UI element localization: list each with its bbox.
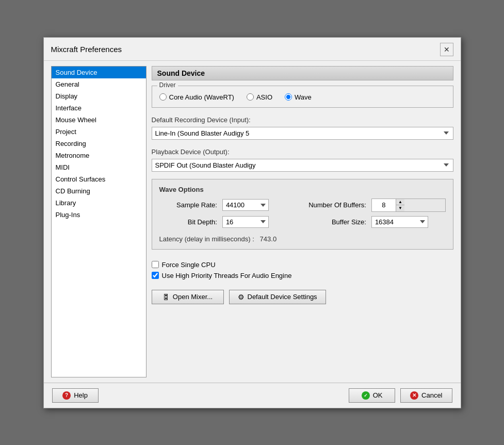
mixer-icon: 🎛: [162, 293, 170, 301]
ok-label: OK: [373, 391, 383, 399]
settings-icon: ⚙: [238, 293, 245, 301]
bit-depth-label: Bit Depth:: [159, 218, 217, 226]
sidebar-item-control-surfaces[interactable]: Control Surfaces: [52, 173, 146, 185]
latency-label: Latency (delay in milliseconds) :: [159, 235, 254, 243]
help-button[interactable]: ? Help: [52, 388, 99, 403]
cancel-label: Cancel: [421, 391, 442, 399]
force-cpu-checkbox[interactable]: [152, 261, 159, 268]
default-device-label: Default Device Settings: [248, 293, 317, 301]
high-priority-checkbox[interactable]: [152, 272, 159, 279]
buffer-size-label: Buffer Size:: [291, 218, 366, 226]
sidebar-item-recording[interactable]: Recording: [52, 138, 146, 150]
recording-device-field: Default Recording Device (Input): Line-I…: [152, 116, 453, 140]
sidebar-item-display[interactable]: Display: [52, 90, 146, 102]
sidebar-item-mouse-wheel[interactable]: Mouse Wheel: [52, 114, 146, 126]
bit-depth-select[interactable]: 8 16 24 32: [222, 216, 269, 228]
sample-rate-label: Sample Rate:: [159, 201, 217, 209]
sidebar-item-library[interactable]: Library: [52, 197, 146, 209]
footer-right: ✓ OK ✕ Cancel: [349, 388, 452, 403]
radio-asio-label: ASIO: [256, 93, 272, 101]
help-icon: ?: [62, 391, 71, 400]
wave-options-title: Wave Options: [159, 186, 446, 193]
high-priority-checkbox-row[interactable]: Use High Priority Threads For Audio Engi…: [152, 272, 453, 279]
radio-core-audio-label: Core Audio (WaveRT): [169, 93, 234, 101]
help-label: Help: [74, 391, 88, 399]
buffer-size-select[interactable]: 256 512 1024 2048 4096 8192 16384: [371, 216, 428, 228]
panel-title: Sound Device: [152, 66, 453, 80]
default-device-button[interactable]: ⚙ Default Device Settings: [229, 290, 326, 304]
content-panel: Sound Device Driver Core Audio (WaveRT) …: [152, 66, 453, 377]
dialog-footer: ? Help ✓ OK ✕ Cancel: [44, 383, 461, 408]
radio-wave-label: Wave: [295, 93, 312, 101]
cancel-icon: ✕: [410, 391, 418, 400]
driver-group: Driver Core Audio (WaveRT) ASIO Wave: [152, 86, 453, 108]
radio-core-audio[interactable]: Core Audio (WaveRT): [159, 93, 234, 101]
sidebar: Sound Device General Display Interface M…: [51, 66, 147, 377]
playback-device-label: Playback Device (Output):: [152, 148, 453, 156]
sidebar-item-project[interactable]: Project: [52, 126, 146, 138]
radio-wave-input[interactable]: [285, 93, 292, 101]
ok-button[interactable]: ✓ OK: [349, 388, 395, 403]
ok-icon: ✓: [362, 391, 370, 400]
dialog-body: Sound Device General Display Interface M…: [44, 61, 461, 383]
radio-core-audio-input[interactable]: [159, 93, 167, 101]
sidebar-item-midi[interactable]: MIDI: [52, 161, 146, 173]
num-buffers-input-wrap: ▲ ▼: [371, 199, 446, 212]
num-buffers-spin: ▲ ▼: [396, 199, 404, 211]
force-cpu-checkbox-row[interactable]: Force Single CPU: [152, 261, 453, 269]
open-mixer-button[interactable]: 🎛 Open Mixer...: [152, 290, 224, 304]
sidebar-item-metronome[interactable]: Metronome: [52, 150, 146, 161]
num-buffers-down[interactable]: ▼: [396, 205, 404, 211]
checkboxes-section: Force Single CPU Use High Priority Threa…: [152, 258, 453, 279]
num-buffers-input[interactable]: [372, 199, 396, 211]
sidebar-item-cd-burning[interactable]: CD Burning: [52, 185, 146, 197]
driver-legend: Driver: [157, 81, 178, 89]
close-button[interactable]: ✕: [440, 43, 453, 56]
latency-row: Latency (delay in milliseconds) : 743.0: [159, 235, 446, 243]
sidebar-item-interface[interactable]: Interface: [52, 102, 146, 114]
sidebar-item-sound-device[interactable]: Sound Device: [52, 67, 146, 78]
force-cpu-label: Force Single CPU: [162, 261, 216, 269]
recording-device-select[interactable]: Line-In (Sound Blaster Audigy 5: [152, 127, 453, 140]
radio-asio-input[interactable]: [247, 93, 254, 101]
open-mixer-label: Open Mixer...: [173, 293, 213, 301]
sample-rate-select[interactable]: 22050 44100 48000 96000: [222, 199, 269, 211]
latency-value: 743.0: [260, 235, 277, 243]
wave-options-box: Wave Options Sample Rate: 22050 44100 48…: [152, 179, 453, 250]
title-bar: Mixcraft Preferences ✕: [44, 38, 461, 61]
radio-wave[interactable]: Wave: [285, 93, 312, 101]
num-buffers-label: Number Of Buffers:: [291, 201, 366, 209]
dialog-title: Mixcraft Preferences: [51, 45, 122, 54]
preferences-dialog: Mixcraft Preferences ✕ Sound Device Gene…: [43, 37, 461, 408]
playback-device-field: Playback Device (Output): SPDIF Out (Sou…: [152, 148, 453, 172]
recording-device-label: Default Recording Device (Input):: [152, 116, 453, 124]
action-buttons-row: 🎛 Open Mixer... ⚙ Default Device Setting…: [152, 290, 453, 304]
num-buffers-up[interactable]: ▲: [396, 199, 404, 205]
sidebar-item-plug-ins[interactable]: Plug-Ins: [52, 209, 146, 221]
driver-options-row: Core Audio (WaveRT) ASIO Wave: [159, 93, 446, 101]
cancel-button[interactable]: ✕ Cancel: [400, 388, 452, 403]
sidebar-item-general[interactable]: General: [52, 78, 146, 90]
wave-options-grid: Sample Rate: 22050 44100 48000 96000 Num…: [159, 199, 446, 228]
playback-device-select[interactable]: SPDIF Out (Sound Blaster Audigy: [152, 159, 453, 172]
high-priority-label: Use High Priority Threads For Audio Engi…: [162, 272, 292, 279]
radio-asio[interactable]: ASIO: [247, 93, 272, 101]
